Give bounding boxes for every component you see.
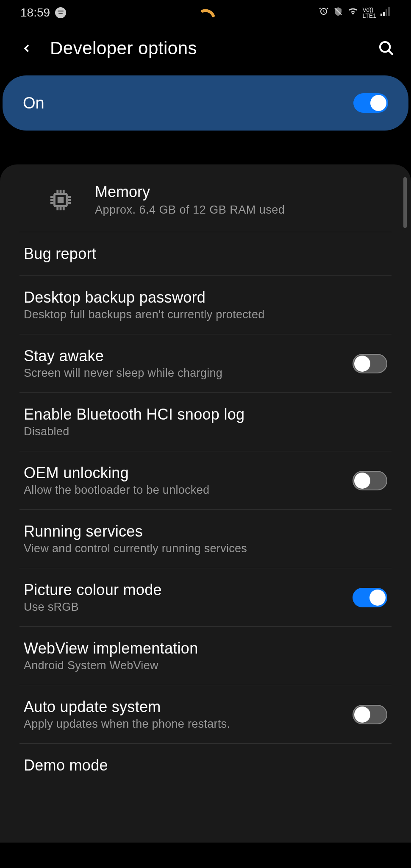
- toggle-knob: [354, 356, 370, 372]
- status-time: 18:59: [20, 6, 50, 19]
- memory-text: Memory Approx. 6.4 GB of 12 GB RAM used: [95, 183, 285, 217]
- svg-rect-2: [380, 14, 382, 16]
- setting-bug-report[interactable]: Bug report: [19, 232, 392, 276]
- setting-title: Auto update system: [24, 698, 344, 716]
- alarm-icon: [319, 6, 329, 19]
- setting-title: Desktop backup password: [24, 289, 387, 306]
- setting-desktop-backup-password[interactable]: Desktop backup passwordDesktop full back…: [19, 276, 392, 334]
- setting-webview-implementation[interactable]: WebView implementationAndroid System Web…: [19, 627, 392, 685]
- setting-text: Auto update systemApply updates when the…: [24, 698, 344, 731]
- setting-subtitle: Desktop full backups aren't currently pr…: [24, 308, 387, 321]
- scroll-indicator[interactable]: [403, 177, 407, 228]
- setting-picture-colour-mode[interactable]: Picture colour modeUse sRGB: [19, 568, 392, 627]
- setting-text: Desktop backup passwordDesktop full back…: [24, 289, 387, 321]
- toggle-knob: [354, 707, 370, 723]
- setting-subtitle: Allow the bootloader to be unlocked: [24, 484, 344, 497]
- setting-subtitle: Disabled: [24, 425, 387, 438]
- setting-text: Demo mode: [24, 757, 387, 774]
- setting-oem-unlocking[interactable]: OEM unlockingAllow the bootloader to be …: [19, 451, 392, 510]
- setting-text: Picture colour modeUse sRGB: [24, 581, 344, 614]
- setting-title: Bug report: [24, 245, 387, 263]
- svg-rect-4: [386, 9, 387, 16]
- search-button[interactable]: [378, 40, 395, 57]
- status-left: 18:59: [20, 6, 66, 19]
- status-right: Vo)) LTE1: [319, 6, 391, 19]
- setting-title: Picture colour mode: [24, 581, 344, 599]
- vibrate-icon: [333, 6, 343, 19]
- toggle-auto-update-system[interactable]: [353, 705, 387, 724]
- app-header: Developer options: [0, 25, 411, 75]
- loading-spinner-icon: [195, 8, 216, 30]
- svg-line-7: [389, 50, 393, 55]
- setting-subtitle: View and control currently running servi…: [24, 542, 387, 555]
- svg-rect-3: [383, 12, 385, 16]
- setting-auto-update-system[interactable]: Auto update systemApply updates when the…: [19, 685, 392, 744]
- setting-title: Demo mode: [24, 757, 387, 774]
- master-toggle-label: On: [23, 94, 44, 112]
- setting-text: Stay awakeScreen will never sleep while …: [24, 347, 344, 380]
- setting-demo-mode[interactable]: Demo mode: [19, 744, 392, 787]
- wifi-icon: [347, 7, 358, 19]
- setting-stay-awake[interactable]: Stay awakeScreen will never sleep while …: [19, 334, 392, 393]
- setting-bluetooth-hci-snoop[interactable]: Enable Bluetooth HCI snoop logDisabled: [19, 393, 392, 451]
- memory-title: Memory: [95, 183, 285, 201]
- svg-rect-5: [388, 7, 390, 16]
- toggle-knob: [370, 95, 386, 111]
- setting-text: Running servicesView and control current…: [24, 523, 387, 555]
- setting-subtitle: Apply updates when the phone restarts.: [24, 718, 344, 731]
- signal-icon: [380, 7, 391, 19]
- memory-subtitle: Approx. 6.4 GB of 12 GB RAM used: [95, 203, 285, 217]
- setting-text: Bug report: [24, 245, 387, 263]
- volte-label: Vo)): [363, 7, 376, 13]
- toggle-stay-awake[interactable]: [353, 354, 387, 373]
- master-toggle-switch[interactable]: [353, 93, 388, 113]
- spotify-icon: [55, 7, 66, 18]
- back-button[interactable]: [20, 42, 33, 55]
- network-label: LTE1: [363, 13, 376, 19]
- setting-title: OEM unlocking: [24, 464, 344, 482]
- setting-text: OEM unlockingAllow the bootloader to be …: [24, 464, 344, 497]
- svg-point-0: [195, 8, 216, 30]
- setting-subtitle: Use sRGB: [24, 601, 344, 614]
- toggle-picture-colour-mode[interactable]: [353, 588, 387, 607]
- svg-rect-9: [58, 197, 64, 203]
- setting-title: Enable Bluetooth HCI snoop log: [24, 406, 387, 423]
- setting-text: Enable Bluetooth HCI snoop logDisabled: [24, 406, 387, 438]
- network-label-group: Vo)) LTE1: [363, 7, 376, 19]
- setting-running-services[interactable]: Running servicesView and control current…: [19, 510, 392, 568]
- page-title: Developer options: [50, 38, 361, 58]
- settings-panel: Memory Approx. 6.4 GB of 12 GB RAM used …: [0, 164, 411, 843]
- toggle-oem-unlocking[interactable]: [353, 471, 387, 490]
- toggle-knob: [354, 473, 370, 489]
- setting-memory[interactable]: Memory Approx. 6.4 GB of 12 GB RAM used: [19, 164, 392, 232]
- memory-chip-icon: [48, 188, 73, 212]
- svg-point-6: [380, 42, 390, 52]
- settings-list: Bug reportDesktop backup passwordDesktop…: [0, 232, 411, 787]
- setting-subtitle: Screen will never sleep while charging: [24, 367, 344, 380]
- setting-title: Stay awake: [24, 347, 344, 365]
- toggle-knob: [369, 590, 386, 606]
- setting-subtitle: Android System WebView: [24, 659, 387, 672]
- status-bar: 18:59 Vo)) LTE1: [0, 0, 411, 25]
- master-toggle-card[interactable]: On: [3, 75, 408, 131]
- setting-text: WebView implementationAndroid System Web…: [24, 640, 387, 672]
- setting-title: Running services: [24, 523, 387, 540]
- setting-title: WebView implementation: [24, 640, 387, 657]
